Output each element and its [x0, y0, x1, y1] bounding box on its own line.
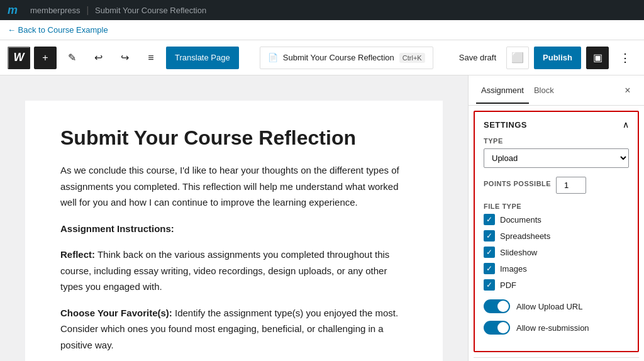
checkbox-spreadsheets[interactable]: ✓ Spreadsheets: [484, 230, 629, 242]
editor-toolbar: W + ✎ ↩ ↪ ≡ Translate Page 📄 Submit Your…: [0, 40, 644, 75]
checkbox-images-label: Images: [500, 264, 527, 274]
checkbox-pdf-check-icon: ✓: [486, 281, 492, 289]
checkbox-images-box: ✓: [484, 263, 495, 274]
checkbox-spreadsheets-check-icon: ✓: [486, 232, 492, 240]
checkbox-pdf-label: PDF: [500, 280, 516, 290]
checkbox-spreadsheets-label: Spreadsheets: [500, 231, 550, 241]
editor-content-block[interactable]: Submit Your Course Reflection As we conc…: [25, 101, 443, 361]
brand-name: memberpress: [30, 6, 80, 15]
tab-assignment[interactable]: Assignment: [476, 78, 529, 104]
toggle-resubmission-label: Allow re-submission: [516, 323, 589, 333]
curriculum-tags-section: Curriculum Tags ∧: [474, 357, 639, 361]
toggle-resubmission-knob: [497, 322, 509, 333]
checkbox-slideshow-box: ✓: [484, 247, 495, 258]
panel-tabs: Assignment Block ×: [469, 75, 644, 106]
page-body: As we conclude this course, I'd like to …: [60, 162, 408, 361]
document-title-button[interactable]: 📄 Submit Your Course Reflection Ctrl+K: [260, 47, 433, 69]
memberpress-logo: m: [8, 4, 25, 16]
paragraph-3: Reflect: Think back on the various assig…: [60, 247, 408, 295]
settings-chevron-up-icon: ∧: [623, 119, 629, 130]
instructions-heading: Assignment Instructions:: [60, 223, 174, 234]
choose-label: Choose Your Favorite(s):: [60, 308, 172, 318]
edit-tool-button[interactable]: ✎: [60, 47, 83, 69]
admin-top-bar: m memberpress | Submit Your Course Refle…: [0, 0, 644, 20]
settings-icon: ▣: [593, 52, 602, 64]
undo-icon: ↩: [94, 52, 103, 64]
checkbox-spreadsheets-box: ✓: [484, 230, 495, 242]
points-input[interactable]: [556, 177, 586, 194]
checkbox-check-icon: ✓: [486, 216, 492, 223]
checkbox-documents-box: ✓: [484, 214, 495, 225]
checkbox-pdf-box: ✓: [484, 279, 495, 291]
toggle-resubmission[interactable]: [484, 321, 510, 335]
shortcut-badge: Ctrl+K: [399, 53, 425, 63]
undo-button[interactable]: ↩: [87, 47, 109, 69]
paragraph-2: Assignment Instructions:: [60, 221, 408, 237]
toolbar-right: Save draft ⬜ Publish ▣ ⋮: [454, 47, 636, 69]
save-draft-button[interactable]: Save draft: [454, 47, 501, 69]
checkbox-documents-label: Documents: [500, 215, 541, 225]
paragraph-1: As we conclude this course, I'd like to …: [60, 162, 408, 211]
file-type-label: FILE TYPE: [484, 203, 629, 210]
checkbox-images-check-icon: ✓: [486, 265, 492, 272]
publish-button[interactable]: Publish: [534, 47, 581, 69]
toggle-upload-url-label: Allow Upload URL: [516, 302, 583, 311]
page-title: Submit Your Course Reflection: [60, 126, 408, 150]
editor-main: Submit Your Course Reflection As we conc…: [0, 75, 644, 361]
checkbox-pdf[interactable]: ✓ PDF: [484, 279, 629, 291]
svg-text:m: m: [8, 4, 18, 16]
list-view-button[interactable]: ≡: [140, 47, 162, 69]
points-row: POINTS POSSIBLE: [484, 177, 629, 194]
pen-icon: ✎: [68, 52, 76, 64]
brand-logo-area: m memberpress: [8, 4, 80, 16]
list-icon: ≡: [148, 52, 153, 64]
more-icon: ⋮: [619, 51, 631, 65]
wp-logo-icon: W: [14, 51, 25, 64]
preview-button[interactable]: ⬜: [506, 47, 529, 69]
curriculum-tags-header[interactable]: Curriculum Tags ∧: [474, 358, 639, 361]
type-field-label: TYPE: [484, 137, 629, 145]
more-options-button[interactable]: ⋮: [614, 47, 636, 69]
wp-logo-button[interactable]: W: [8, 47, 30, 69]
tab-block[interactable]: Block: [529, 78, 559, 104]
toggle-upload-url-knob: [497, 301, 509, 312]
document-icon: 📄: [268, 53, 278, 62]
checkbox-slideshow-label: Slideshow: [500, 248, 537, 257]
settings-section: Settings ∧ TYPE Upload Essay File POINTS…: [474, 111, 639, 352]
add-block-button[interactable]: +: [34, 47, 57, 69]
reflect-text: Think back on the various assignments yo…: [60, 249, 389, 292]
admin-bar-separator: |: [86, 5, 89, 15]
settings-section-body: TYPE Upload Essay File POINTS POSSIBLE F…: [475, 137, 638, 351]
content-area: Submit Your Course Reflection As we conc…: [0, 75, 468, 361]
panel-close-button[interactable]: ×: [619, 82, 636, 99]
translate-page-button[interactable]: Translate Page: [166, 47, 239, 69]
checkbox-images[interactable]: ✓ Images: [484, 263, 629, 274]
plus-icon: +: [42, 52, 48, 64]
points-label: POINTS POSSIBLE: [484, 180, 551, 187]
reflect-label: Reflect:: [60, 249, 95, 260]
checkbox-documents[interactable]: ✓ Documents: [484, 214, 629, 225]
toggle-resubmission-row: Allow re-submission: [484, 321, 629, 335]
file-type-checkboxes: ✓ Documents ✓ Spreadsheets ✓: [484, 214, 629, 291]
paragraph-4: Choose Your Favorite(s): Identify the as…: [60, 305, 408, 353]
settings-section-header[interactable]: Settings ∧: [475, 112, 638, 137]
admin-bar-page-title: Submit Your Course Reflection: [95, 6, 206, 15]
type-select[interactable]: Upload Essay File: [484, 148, 629, 168]
redo-button[interactable]: ↪: [113, 47, 136, 69]
toolbar-center: 📄 Submit Your Course Reflection Ctrl+K: [243, 47, 450, 69]
sub-navigation-bar: ← Back to Course Example: [0, 20, 644, 40]
type-field-row: TYPE Upload Essay File: [484, 137, 629, 168]
checkbox-slideshow[interactable]: ✓ Slideshow: [484, 247, 629, 258]
checkbox-slideshow-check-icon: ✓: [486, 248, 492, 256]
document-title-text: Submit Your Course Reflection: [283, 53, 394, 62]
settings-section-title: Settings: [484, 120, 527, 130]
redo-icon: ↪: [121, 52, 129, 64]
right-panel: Assignment Block × Settings ∧ TYPE Uploa…: [468, 75, 644, 361]
settings-toggle-button[interactable]: ▣: [586, 47, 609, 69]
back-to-course-link[interactable]: ← Back to Course Example: [8, 25, 108, 35]
toggle-upload-url-row: Allow Upload URL: [484, 299, 629, 313]
preview-icon: ⬜: [511, 52, 524, 64]
toggle-upload-url[interactable]: [484, 299, 510, 313]
